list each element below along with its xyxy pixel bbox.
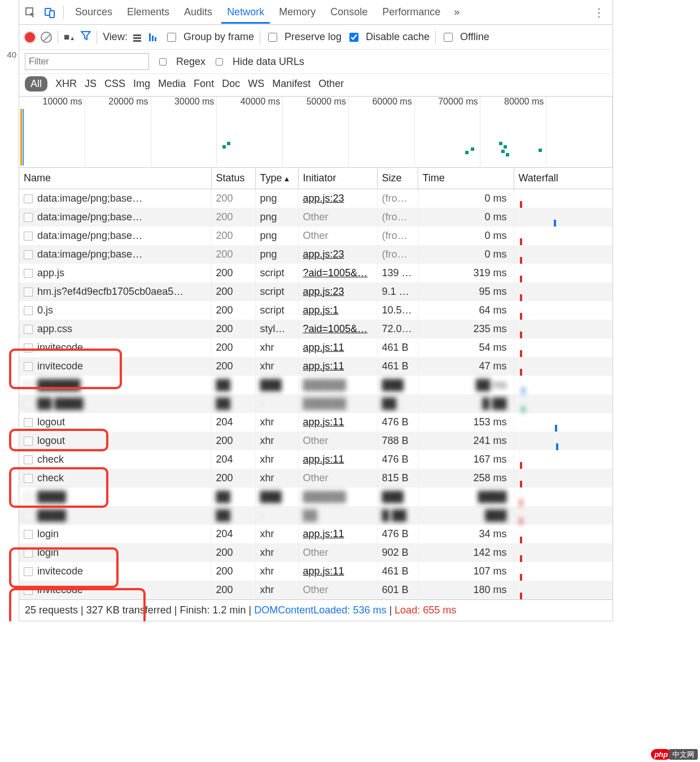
- cell-waterfall: [514, 227, 613, 245]
- initiator-link[interactable]: app.js:11: [303, 454, 344, 465]
- type-all[interactable]: All: [25, 76, 47, 92]
- table-row[interactable]: login200xhrOther902 B142 ms: [19, 543, 613, 562]
- group-by-frame-checkbox[interactable]: [167, 33, 176, 42]
- col-waterfall[interactable]: Waterfall: [514, 168, 613, 189]
- cell-status: ██: [211, 506, 255, 525]
- file-icon: [24, 288, 33, 297]
- cell-initiator: ██████: [298, 394, 377, 413]
- cell-waterfall: [514, 245, 613, 264]
- record-button[interactable]: [25, 32, 35, 42]
- type-css[interactable]: CSS: [104, 78, 125, 90]
- type-manifest[interactable]: Manifest: [272, 78, 310, 90]
- table-row[interactable]: hm.js?ef4d9ecfb1705cb0aea5…200scriptapp.…: [19, 282, 613, 301]
- table-row[interactable]: ██ ██████·█████████ ██: [19, 394, 613, 413]
- initiator-link[interactable]: app.js:11: [303, 565, 344, 577]
- type-img[interactable]: Img: [133, 78, 150, 90]
- table-row[interactable]: check200xhrOther815 B258 ms: [19, 469, 613, 487]
- cell-time: 258 ms: [418, 469, 514, 487]
- table-row[interactable]: check204xhrapp.js:11476 B167 ms: [19, 450, 613, 469]
- screenshot-icon[interactable]: ■▲: [64, 32, 75, 43]
- type-js[interactable]: JS: [85, 78, 97, 90]
- view-large-icon[interactable]: [133, 33, 143, 41]
- type-media[interactable]: Media: [158, 78, 186, 90]
- table-row[interactable]: ██████████████████████ ms: [19, 376, 613, 394]
- tab-console[interactable]: Console: [325, 1, 373, 24]
- filter-input[interactable]: [25, 53, 149, 70]
- initiator-link[interactable]: app.js:11: [303, 342, 344, 353]
- timeline-overview[interactable]: 10000 ms 20000 ms 30000 ms 40000 ms 5000…: [19, 97, 613, 168]
- col-status[interactable]: Status: [211, 168, 255, 189]
- cell-initiator: Other: [298, 581, 377, 599]
- kebab-menu-icon[interactable]: ⋮: [589, 6, 609, 19]
- type-doc[interactable]: Doc: [222, 78, 240, 90]
- disable-cache-checkbox[interactable]: [349, 33, 358, 42]
- cell-name: invitecode: [19, 357, 211, 376]
- regex-checkbox[interactable]: [159, 58, 167, 66]
- col-time[interactable]: Time: [418, 168, 514, 189]
- initiator-link[interactable]: app.js:23: [303, 249, 344, 260]
- cell-initiator: ?aid=1005&…: [298, 264, 377, 282]
- table-row[interactable]: logout204xhrapp.js:11476 B153 ms: [19, 413, 613, 432]
- cell-initiator: app.js:11: [298, 562, 377, 581]
- cell-status: ██: [211, 394, 255, 413]
- initiator-link[interactable]: app.js:1: [303, 304, 339, 316]
- hide-data-urls-checkbox[interactable]: [216, 58, 223, 66]
- device-toggle-icon[interactable]: [42, 5, 58, 20]
- tab-sources[interactable]: Sources: [69, 1, 118, 24]
- table-row[interactable]: ██████·███ █████: [19, 506, 613, 525]
- initiator-link[interactable]: app.js:11: [303, 528, 344, 539]
- initiator-link[interactable]: ?aid=1005&…: [303, 323, 368, 334]
- table-row[interactable]: invitecode200xhrapp.js:11461 B107 ms: [19, 562, 613, 581]
- initiator-link[interactable]: ?aid=1005&…: [303, 267, 368, 278]
- offline-checkbox[interactable]: [444, 33, 453, 42]
- table-row[interactable]: app.js200script?aid=1005&…139 …319 ms: [19, 264, 613, 282]
- regex-label: Regex: [176, 56, 205, 68]
- tab-memory[interactable]: Memory: [273, 1, 321, 24]
- filter-icon[interactable]: [81, 31, 91, 43]
- tabs-overflow-icon[interactable]: »: [454, 6, 460, 18]
- cell-type: xhr: [255, 357, 298, 376]
- clear-button[interactable]: [41, 32, 52, 43]
- table-row[interactable]: invitecode200xhrOther601 B180 ms: [19, 581, 613, 599]
- status-domcontentloaded: DOMContentLoaded: 536 ms: [254, 604, 386, 616]
- table-row[interactable]: invitecode200xhrapp.js:11461 B47 ms: [19, 357, 613, 376]
- view-waterfall-icon[interactable]: [149, 33, 159, 41]
- tab-network[interactable]: Network: [221, 1, 270, 24]
- type-ws[interactable]: WS: [248, 78, 264, 90]
- preserve-log-checkbox[interactable]: [268, 33, 277, 42]
- cell-type: ███: [255, 487, 298, 506]
- table-row[interactable]: login204xhrapp.js:11476 B34 ms: [19, 525, 613, 543]
- type-other[interactable]: Other: [318, 78, 344, 90]
- file-icon: [24, 567, 33, 576]
- table-row[interactable]: data:image/png;base…200pngapp.js:23(fro……: [19, 245, 613, 264]
- table-row[interactable]: invitecode200xhrapp.js:11461 B54 ms: [19, 338, 613, 357]
- cell-time: 167 ms: [418, 450, 514, 469]
- cell-status: 200: [211, 320, 255, 338]
- cell-status: ██: [211, 376, 255, 394]
- inspect-icon[interactable]: [23, 5, 38, 20]
- tab-elements[interactable]: Elements: [121, 1, 175, 24]
- timeline-dot: [501, 150, 505, 153]
- table-row[interactable]: 0.js200scriptapp.js:110.5…64 ms: [19, 301, 613, 320]
- cell-initiator: Other: [298, 469, 377, 487]
- col-type[interactable]: Type▲: [255, 168, 298, 189]
- col-initiator[interactable]: Initiator: [298, 168, 377, 189]
- table-row[interactable]: ██████████████████████: [19, 487, 613, 506]
- cell-status: ██: [211, 487, 255, 506]
- tab-performance[interactable]: Performance: [377, 1, 446, 24]
- table-row[interactable]: data:image/png;base…200pngOther(fro…0 ms: [19, 227, 613, 245]
- initiator-link[interactable]: app.js:11: [303, 360, 344, 372]
- table-row[interactable]: logout200xhrOther788 B241 ms: [19, 432, 613, 450]
- table-row[interactable]: app.css200styl…?aid=1005&…72.0…235 ms: [19, 320, 613, 338]
- initiator-link[interactable]: app.js:11: [303, 416, 344, 428]
- tab-audits[interactable]: Audits: [178, 1, 218, 24]
- table-row[interactable]: data:image/png;base…200pngOther(fro…0 ms: [19, 208, 613, 227]
- initiator-link[interactable]: app.js:23: [303, 286, 344, 297]
- type-xhr[interactable]: XHR: [55, 78, 77, 90]
- col-size[interactable]: Size: [377, 168, 418, 189]
- type-font[interactable]: Font: [194, 78, 214, 90]
- table-row[interactable]: data:image/png;base…200pngapp.js:23(fro……: [19, 189, 613, 208]
- col-name[interactable]: Name: [19, 168, 211, 189]
- separator: [97, 31, 97, 44]
- initiator-link[interactable]: app.js:23: [303, 193, 344, 204]
